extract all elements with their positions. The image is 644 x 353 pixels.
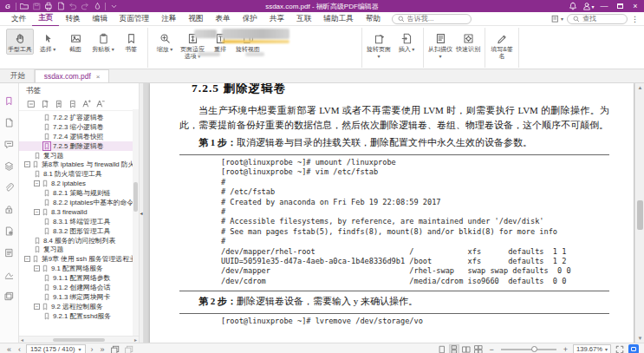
- font-increase-icon[interactable]: [81, 99, 91, 108]
- new-window-icon[interactable]: [110, 344, 120, 353]
- menu-tab-共享[interactable]: 共享: [263, 12, 290, 26]
- collapse-node-icon[interactable]: −: [24, 256, 30, 262]
- bookmark-panel-icon[interactable]: [3, 95, 15, 107]
- ribbon-button-clipboard[interactable]: 剪贴板 ▾: [89, 29, 117, 55]
- split-view-icon[interactable]: [3, 291, 15, 302]
- ribbon-button-insert-page[interactable]: 插入 ▾: [393, 29, 420, 55]
- ribbon-button-zoom[interactable]: 缩放 ▾: [151, 29, 179, 55]
- zoom-level-combo[interactable]: 139.67% ▾: [573, 344, 611, 353]
- save-icon[interactable]: [32, 2, 41, 10]
- find-input[interactable]: [582, 15, 621, 23]
- zoom-slider-knob[interactable]: [531, 346, 537, 352]
- bookmark-item[interactable]: −9.2 远程控制服务: [19, 302, 139, 311]
- bookmarks-horizontal-scrollbar[interactable]: ◂ ▸: [19, 336, 139, 343]
- bookmarks-vertical-scrollbar[interactable]: [133, 109, 139, 336]
- layers-panel-icon[interactable]: [3, 160, 15, 172]
- bookmark-item[interactable]: 8.2.1 策略与规则链: [19, 188, 139, 198]
- scroll-up-arrow[interactable]: ▲: [635, 83, 644, 92]
- menu-tab-表单[interactable]: 表单: [210, 12, 237, 26]
- menu-tab-文件[interactable]: 文件: [5, 12, 32, 26]
- pages-panel-icon[interactable]: [3, 117, 15, 128]
- menu-tab-保护[interactable]: 保护: [237, 12, 263, 26]
- find-options-icon[interactable]: ▾: [551, 15, 563, 23]
- ribbon-button-rotate-page[interactable]: 旋转页面 ▾: [365, 29, 393, 62]
- document-vertical-scrollbar[interactable]: ▲ ▼: [634, 83, 644, 343]
- zoom-slider[interactable]: [501, 349, 556, 350]
- attachments-panel-icon[interactable]: [3, 182, 15, 193]
- find-box[interactable]: [567, 14, 628, 24]
- scrollbar-thumb[interactable]: [637, 200, 643, 230]
- scroll-left-arrow[interactable]: ◂: [21, 337, 23, 343]
- bookmark-item[interactable]: 9.1.3 绑定两块网卡: [19, 292, 139, 302]
- font-decrease-icon[interactable]: [95, 99, 105, 108]
- ribbon-button-ocr[interactable]: 快速识别: [454, 29, 482, 55]
- add-bookmark-icon[interactable]: [40, 99, 49, 108]
- bookmark-item[interactable]: −8.3 firewalld: [19, 207, 139, 217]
- collapse-node-icon[interactable]: −: [34, 265, 40, 271]
- redo-icon[interactable]: [81, 2, 89, 10]
- minimize-button[interactable]: —: [597, 1, 611, 12]
- delete-bookmark-icon[interactable]: [68, 99, 77, 108]
- next-page-button[interactable]: ›: [89, 344, 95, 353]
- split-window-icon[interactable]: [124, 344, 134, 353]
- more-options-icon[interactable]: ⋮: [631, 15, 639, 23]
- bookmark-item[interactable]: 9.1.1 配置网络参数: [19, 273, 139, 283]
- comments-panel-icon[interactable]: [3, 139, 15, 150]
- close-tab-icon[interactable]: ×: [96, 73, 101, 81]
- facing-page-icon[interactable]: [461, 344, 472, 353]
- menu-tab-辅助工具[interactable]: 辅助工具: [317, 12, 359, 26]
- bookmark-item[interactable]: −第8章 iptables 与 firewalld 防火墙: [19, 160, 139, 169]
- bookmark-item[interactable]: 8.3.2 图形管理工具: [19, 226, 139, 236]
- collapse-panel-icon[interactable]: ◂: [140, 210, 142, 216]
- document-tab-开始[interactable]: 开始: [2, 69, 35, 82]
- bookmark-item[interactable]: 复习题: [19, 245, 139, 254]
- prev-page-button[interactable]: ‹: [16, 344, 23, 353]
- signature-panel-icon[interactable]: [3, 269, 15, 280]
- ribbon-button-fill-sign[interactable]: 填写&签名: [488, 29, 516, 62]
- bookmark-item[interactable]: 7.2.4 逻辑卷快照: [19, 132, 139, 141]
- print-icon[interactable]: [44, 2, 53, 10]
- menu-tab-主页[interactable]: 主页: [32, 11, 59, 27]
- ribbon-button-snapshot[interactable]: 截图: [62, 29, 89, 55]
- bookmark-item[interactable]: 8.3.1 终端管理工具: [19, 217, 139, 226]
- collapse-node-icon[interactable]: −: [34, 209, 40, 215]
- zoom-in-button[interactable]: +: [562, 344, 569, 353]
- menu-tab-页面管理[interactable]: 页面管理: [114, 12, 155, 26]
- continuous-page-icon[interactable]: [449, 344, 459, 353]
- menu-tab-编辑[interactable]: 编辑: [87, 12, 114, 26]
- tellme-search[interactable]: [392, 14, 472, 24]
- ribbon-button-hand[interactable]: 手型工具: [6, 29, 34, 55]
- scrollbar-thumb[interactable]: [133, 182, 138, 212]
- bookmark-item[interactable]: 7.2.2 扩容逻辑卷: [19, 113, 139, 122]
- scroll-right-arrow[interactable]: ▸: [134, 337, 137, 343]
- bookmark-item[interactable]: 7.2.3 缩小逻辑卷: [19, 122, 139, 132]
- ribbon-button-select-cursor[interactable]: 选择 ▾: [34, 29, 62, 55]
- bookmark-item[interactable]: −第9章 使用 ssh 服务管理远程主机: [19, 254, 139, 264]
- new-document-icon[interactable]: [56, 2, 65, 10]
- bookmark-item[interactable]: 7.2.5 删除逻辑卷: [19, 141, 139, 151]
- single-page-icon[interactable]: [437, 344, 447, 353]
- restore-button[interactable]: [613, 1, 627, 12]
- ribbon-button-scanner[interactable]: 从扫描仪 ▾: [426, 29, 454, 62]
- bookmark-item[interactable]: −9.1 配置网络服务: [19, 264, 139, 273]
- scrollbar-thumb[interactable]: [53, 338, 105, 342]
- close-button[interactable]: ×: [628, 1, 642, 12]
- tellme-input[interactable]: [407, 15, 465, 23]
- menu-tab-互联[interactable]: 互联: [290, 12, 317, 26]
- customize-quick-access-icon[interactable]: [109, 2, 118, 10]
- bookmark-item[interactable]: 9.1.2 创建网络会话: [19, 283, 139, 292]
- collapse-node-icon[interactable]: −: [34, 304, 40, 310]
- fullscreen-icon[interactable]: [615, 344, 625, 353]
- menu-tab-转换[interactable]: 转换: [59, 12, 86, 26]
- first-page-button[interactable]: «: [5, 344, 13, 353]
- collapse-node-icon[interactable]: −: [24, 161, 30, 167]
- account-icon[interactable]: ▾: [582, 1, 595, 12]
- security-panel-icon[interactable]: [3, 204, 15, 215]
- fields-panel-icon[interactable]: [3, 226, 15, 237]
- zoom-out-button[interactable]: −: [487, 344, 495, 353]
- add-child-bookmark-icon[interactable]: [54, 99, 63, 108]
- expand-collapse-icon[interactable]: [26, 99, 36, 108]
- notification-bell-icon[interactable]: [566, 1, 580, 12]
- bookmark-item[interactable]: 8.2.2 iptables中基本的命令: [19, 198, 139, 207]
- page-number-combo[interactable]: 152 (175 / 410) ▾: [26, 344, 86, 353]
